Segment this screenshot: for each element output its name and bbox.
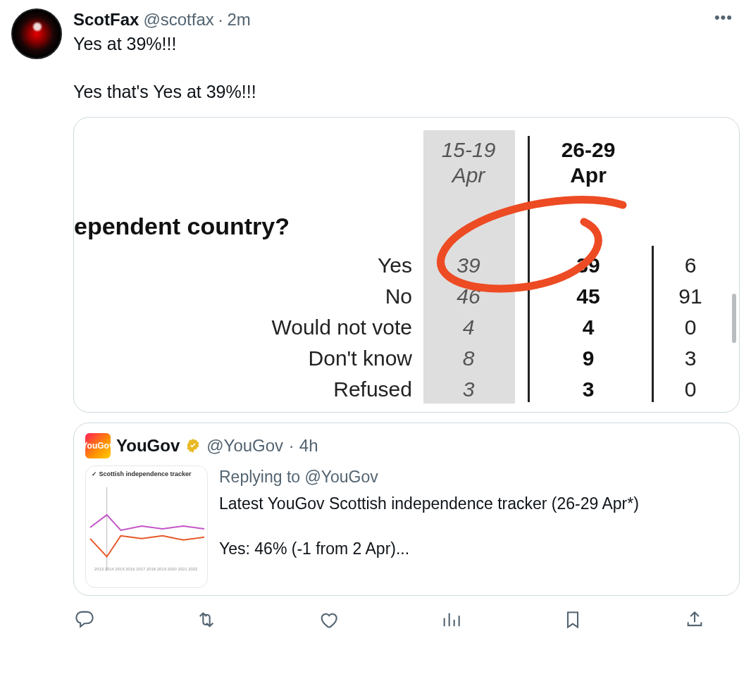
tweet[interactable]: ScotFax @scotfax · 2m Yes at 39%!!! Yes … [0,0,751,599]
views-icon [441,610,461,630]
retweet-icon [197,610,216,630]
question-heading-partial: ependent country? [74,213,290,240]
display-name[interactable]: ScotFax [73,8,139,31]
quoted-text: Latest YouGov Scottish independence trac… [219,492,728,561]
tweet-text: Yes at 39%!!! Yes that's Yes at 39%!!! [73,32,740,104]
quoted-tweet-header: YouGov YouGov @YouGov · 4h [85,433,728,458]
verified-badge-icon [185,438,201,454]
attached-image[interactable]: 15-19 Apr 26-29 Apr ependent country? Ye… [73,117,740,413]
tweet-actions [70,606,751,634]
share-button[interactable] [681,606,709,634]
column-header-1: 15-19 Apr [419,137,518,188]
table-row: Would not vote 4 4 0 [74,312,739,343]
quoted-image-thumbnail[interactable]: ✓ Scottish independence tracker 2013 201… [85,465,208,588]
quoted-display-name[interactable]: YouGov [116,436,180,456]
tweet-header: ScotFax @scotfax · 2m [73,8,740,31]
poll-table-image: 15-19 Apr 26-29 Apr ependent country? Ye… [74,118,739,412]
quoted-avatar[interactable]: YouGov [85,433,111,458]
heart-icon [318,610,338,630]
quoted-timestamp[interactable]: 4h [299,436,318,456]
reply-icon [75,610,94,630]
timestamp[interactable]: 2m [227,8,250,31]
svg-text:2013  2014  2015  2016  2017  : 2013 2014 2015 2016 2017 2018 2019 2020 … [94,567,198,571]
handle[interactable]: @scotfax [143,8,213,31]
share-icon [685,610,705,630]
like-button[interactable] [314,606,342,634]
retweet-button[interactable] [192,606,221,634]
column-header-2: 26-29 Apr [539,137,638,188]
table-row: No 46 45 91 [74,281,739,312]
bookmark-button[interactable] [559,606,587,634]
line-chart-icon: 2013 2014 2015 2016 2017 2018 2019 2020 … [86,466,207,587]
bookmark-icon [563,610,583,630]
scrollbar-thumb[interactable] [732,294,736,343]
replying-to[interactable]: Replying to @YouGov [219,465,728,488]
more-options-button[interactable]: ••• [709,6,738,30]
table-row: Don't know 8 9 3 [74,343,739,374]
separator: · [289,436,294,456]
quoted-tweet[interactable]: YouGov YouGov @YouGov · 4h ✓ Scottish in… [73,423,740,596]
reply-button[interactable] [70,606,99,634]
separator: · [218,8,223,31]
table-row: Yes 39 39 6 [74,250,739,281]
quoted-handle[interactable]: @YouGov [206,436,283,456]
views-button[interactable] [437,606,465,634]
table-row: Refused 3 3 0 [74,374,739,405]
avatar[interactable] [11,8,62,59]
